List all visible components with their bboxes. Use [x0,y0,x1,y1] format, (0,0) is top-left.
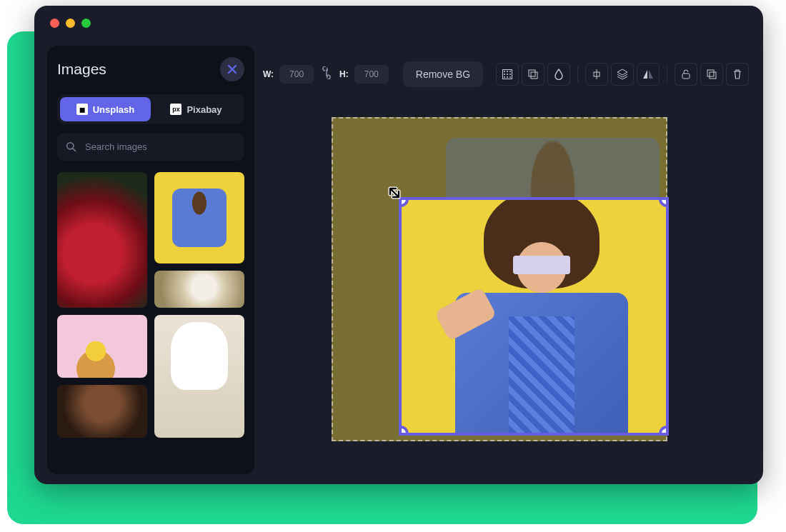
delete-button[interactable] [726,63,749,86]
crop-icon [527,69,539,80]
remove-bg-button[interactable]: Remove BG [403,61,483,87]
resize-handle-bl[interactable] [399,426,409,436]
thumbnail-white-flower[interactable] [154,271,244,308]
image-grid [57,172,244,438]
thumbnail-person-sunglasses[interactable] [154,172,244,264]
height-label: H: [339,69,349,79]
link-dimensions-icon[interactable] [319,66,334,82]
position-icon [502,69,513,80]
flip-horizontal-icon [642,69,654,80]
layers-button[interactable] [611,63,634,86]
close-icon [227,64,238,75]
resize-handle-tr[interactable] [659,197,669,207]
svg-point-8 [509,74,511,75]
selected-image [439,200,645,433]
search-icon [66,141,76,152]
align-middle-icon [591,69,602,80]
tab-unsplash[interactable]: ◼ Unsplash [60,97,151,121]
search-box[interactable] [57,133,244,161]
droplet-icon [553,69,564,80]
pixabay-icon: px [170,104,181,115]
toolbar-divider [667,66,667,82]
svg-rect-13 [531,72,537,79]
duplicate-icon [706,69,717,80]
svg-point-4 [507,71,508,72]
svg-point-3 [504,71,505,72]
color-droplet-button[interactable] [547,63,570,86]
svg-rect-17 [707,70,714,76]
svg-point-5 [509,71,511,72]
duplicate-button[interactable] [700,63,723,86]
svg-point-11 [509,76,511,78]
unlock-icon [680,69,692,80]
svg-point-9 [504,76,505,78]
svg-rect-16 [682,74,690,79]
layers-icon [617,69,628,80]
top-toolbar: W: 700 H: 700 Remove BG [263,61,749,87]
svg-point-6 [504,74,505,75]
svg-rect-18 [710,72,716,79]
crop-button[interactable] [522,63,544,86]
thumbnail-pomegranate[interactable] [57,172,147,308]
trash-icon [732,69,743,80]
thumbnail-portrait[interactable] [57,385,147,438]
minimize-window-icon[interactable] [66,19,75,28]
resize-handle-br[interactable] [659,426,669,436]
width-label: W: [263,69,274,79]
object-toolbar [496,63,749,86]
close-window-icon[interactable] [50,19,59,28]
resize-handle-tl[interactable] [399,197,409,207]
thumbnail-woman-towel[interactable] [154,315,244,438]
canvas[interactable] [332,117,667,441]
height-input[interactable]: 700 [354,65,389,84]
toolbar-divider [577,66,578,82]
unlock-button[interactable] [675,63,697,86]
flip-horizontal-button[interactable] [637,63,660,86]
svg-rect-12 [529,70,535,76]
tab-label: Unsplash [93,104,135,115]
tab-label: Pixabay [186,104,222,115]
window-controls [50,19,91,28]
close-panel-button[interactable] [220,57,244,81]
svg-point-10 [507,76,508,78]
search-input[interactable] [84,141,236,153]
position-button[interactable] [496,63,519,86]
source-tabs: ◼ Unsplash px Pixabay [57,94,244,124]
selection-box[interactable] [399,197,669,436]
app-window: Images ◼ Unsplash px Pixabay [34,6,763,484]
panel-title: Images [57,61,106,78]
svg-point-7 [507,74,508,75]
images-panel: Images ◼ Unsplash px Pixabay [47,46,254,474]
svg-line-1 [73,149,76,151]
thumbnail-dog-yellow-hat[interactable] [57,315,147,378]
tab-pixabay[interactable]: px Pixabay [151,97,242,121]
panel-header: Images [57,57,244,81]
unsplash-icon: ◼ [76,104,88,115]
width-input[interactable]: 700 [279,65,314,84]
align-middle-button[interactable] [585,63,608,86]
maximize-window-icon[interactable] [81,19,91,28]
